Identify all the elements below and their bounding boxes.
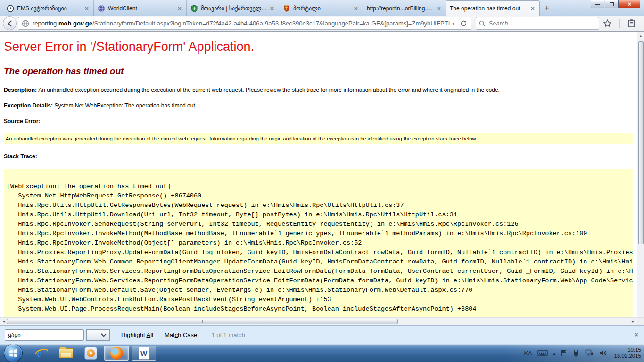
horizontal-scroll-thumb[interactable] <box>7 319 398 324</box>
tab-close-icon[interactable]: × <box>436 5 442 12</box>
bookmarks-menu-button[interactable] <box>627 19 636 28</box>
tab-strip: EMS ავტორიზაცია × WorldClient × მთავარი … <box>0 0 644 16</box>
clock-icon <box>7 5 14 12</box>
language-indicator[interactable]: KA <box>524 350 532 357</box>
match-case-button[interactable]: Match Case <box>165 331 197 338</box>
firefox-taskbar-button[interactable] <box>104 346 129 361</box>
tab-title: EMS ავტორიზაცია <box>17 5 81 12</box>
url-bar[interactable]: reporting.moh.gov.ge/Stationaryform/Defa… <box>18 17 471 30</box>
toolbar-separator <box>619 19 620 28</box>
tab-close-icon[interactable]: × <box>177 5 182 12</box>
tab-close-icon[interactable]: × <box>353 5 359 12</box>
tab-error-active[interactable]: The operation has timed out × <box>446 0 540 16</box>
chevron-up-icon <box>90 333 95 337</box>
tab-title: The operation has timed out <box>450 5 527 12</box>
restore-icon <box>610 2 614 6</box>
stack-trace-label: Stack Trace: <box>4 153 633 160</box>
new-tab-button[interactable]: + <box>540 0 554 16</box>
internet-explorer-button[interactable]: e <box>33 346 50 361</box>
tab-mtavari[interactable]: მთავარი | საქართველ... × <box>187 0 279 16</box>
close-button[interactable]: × <box>619 0 640 8</box>
taskbar-clock[interactable]: 10:15 13.02.2015 <box>614 347 641 359</box>
keyboard-icon[interactable] <box>537 350 548 356</box>
search-icon <box>479 20 486 27</box>
scroll-right-icon[interactable]: ► <box>629 318 637 326</box>
window-controls: × <box>591 0 640 8</box>
tab-title: პორტალი <box>293 5 350 12</box>
reload-icon <box>460 20 467 27</box>
tab-title: WorldClient <box>108 5 174 12</box>
horizontal-scrollbar[interactable]: ◄ ► <box>0 317 644 325</box>
taskbar: e W KA ▴ 10:15 13.02.2015 <box>0 344 644 362</box>
tab-title: მთავარი | საქართველ... <box>201 5 266 12</box>
scrollbar-corner <box>637 318 644 326</box>
source-error-label: Source Error: <box>4 118 633 124</box>
tab-ems[interactable]: EMS ავტორიზაცია × <box>3 0 94 16</box>
find-previous-button[interactable] <box>86 329 98 341</box>
back-arrow-icon <box>6 20 14 27</box>
action-center-flag-icon[interactable] <box>561 349 567 357</box>
file-explorer-button[interactable] <box>57 346 75 361</box>
search-input[interactable] <box>488 20 596 27</box>
url-path: /Stationaryform/Default.aspx?loginToken=… <box>92 20 450 27</box>
internet-explorer-icon: e <box>34 346 49 360</box>
star-icon <box>603 19 612 28</box>
system-tray: KA ▴ 10:15 13.02.2015 <box>524 344 641 362</box>
word-icon: W <box>139 347 149 360</box>
tab-close-icon[interactable]: × <box>269 5 275 12</box>
globe-icon <box>98 5 105 12</box>
emblem-icon <box>283 5 290 12</box>
navigation-toolbar: reporting.moh.gov.ge/Stationaryform/Defa… <box>0 16 644 32</box>
power-plug-icon[interactable] <box>572 349 580 357</box>
find-status: 1 of 1 match <box>211 331 245 338</box>
scroll-up-icon[interactable]: ▲ <box>637 32 644 40</box>
start-button[interactable] <box>4 344 23 362</box>
firefox-icon <box>110 347 123 360</box>
stack-trace-pre: [WebException: The operation has timed o… <box>7 173 630 314</box>
tab-reporting-url[interactable]: http://reportin...orBilling.aspx × <box>363 0 446 16</box>
find-close-icon[interactable]: × <box>634 330 638 338</box>
svg-text:e: e <box>37 347 42 359</box>
exception-details: Exception Details: System.Net.WebExcepti… <box>4 102 633 109</box>
highlight-all-button[interactable]: Highlight All <box>121 331 153 338</box>
tab-portal[interactable]: პორტალი × <box>279 0 363 16</box>
url-domain: moh.gov.ge <box>58 20 92 27</box>
find-bar: Highlight All Match Case 1 of 1 match × <box>0 325 644 344</box>
stack-trace-box: [WebException: The operation has timed o… <box>4 169 633 317</box>
bookmark-star-button[interactable] <box>603 19 612 28</box>
url-text: reporting.moh.gov.ge/Stationaryform/Defa… <box>33 20 450 27</box>
tab-close-icon[interactable]: × <box>84 5 90 12</box>
site-globe-icon <box>22 20 29 27</box>
media-player-icon <box>84 347 97 360</box>
back-button[interactable] <box>3 16 17 30</box>
error-page-title: Server Error in '/StationaryForm' Applic… <box>4 40 633 54</box>
volume-icon[interactable] <box>599 349 607 357</box>
vertical-scrollbar[interactable]: ▲ <box>637 32 644 317</box>
show-hidden-icons-button[interactable]: ▴ <box>553 350 556 356</box>
chevron-down-icon <box>101 333 107 337</box>
clock-date: 13.02.2015 <box>614 353 641 359</box>
minimize-button[interactable] <box>591 0 604 8</box>
find-next-button[interactable] <box>98 329 110 341</box>
tab-worldclient[interactable]: WorldClient × <box>94 0 187 16</box>
source-error-box: An unhandled exception was generated dur… <box>4 133 633 144</box>
reload-button[interactable] <box>457 20 469 27</box>
vertical-scroll-thumb[interactable] <box>638 41 644 244</box>
divider <box>4 59 633 59</box>
error-description: Description: An unhandled exception occu… <box>4 87 633 93</box>
folder-icon <box>59 348 73 358</box>
network-icon[interactable] <box>585 349 594 357</box>
url-dropdown-icon[interactable]: ▾ <box>450 21 457 26</box>
search-box[interactable] <box>476 17 599 30</box>
media-player-button[interactable] <box>82 346 99 361</box>
error-subtitle: The operation has timed out <box>4 66 633 76</box>
restore-button[interactable] <box>605 0 619 8</box>
tab-title: http://reportin...orBilling.aspx <box>367 5 433 12</box>
minimize-icon <box>595 4 600 5</box>
shield-icon <box>190 5 198 12</box>
tab-close-icon[interactable]: × <box>530 5 536 12</box>
find-input[interactable] <box>5 329 84 341</box>
word-taskbar-button[interactable]: W <box>132 346 156 361</box>
close-icon: × <box>628 1 631 8</box>
page-content: Server Error in '/StationaryForm' Applic… <box>0 32 644 317</box>
